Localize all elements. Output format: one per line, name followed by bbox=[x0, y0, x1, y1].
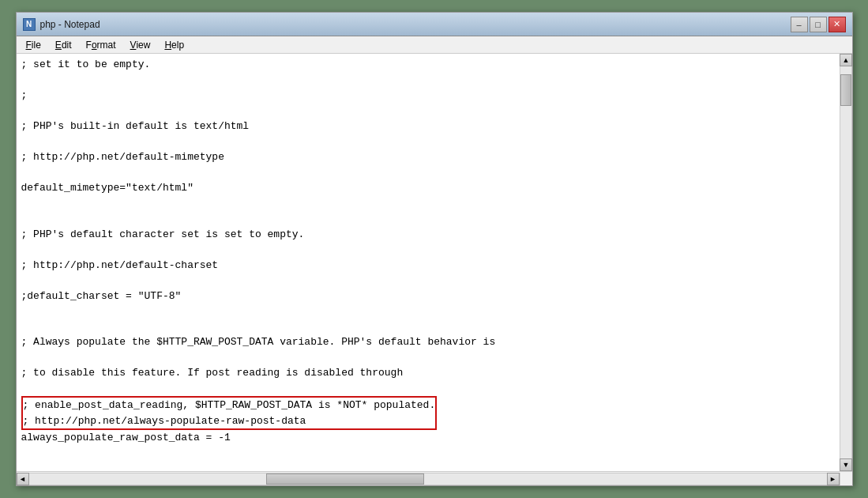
text-line: ; to disable this feature. If post readi… bbox=[21, 365, 835, 381]
menu-view[interactable]: View bbox=[124, 37, 157, 53]
scroll-thumb-vertical[interactable] bbox=[840, 74, 851, 106]
menu-edit[interactable]: Edit bbox=[49, 37, 78, 53]
title-bar-left: N php - Notepad bbox=[23, 18, 100, 31]
scroll-down-button[interactable]: ▼ bbox=[840, 458, 852, 471]
title-bar-buttons: – □ ✕ bbox=[791, 17, 846, 32]
text-editor[interactable]: ; set it to be empty. ; ; PHP's built-in… bbox=[17, 54, 840, 471]
app-icon: N bbox=[23, 18, 36, 31]
scroll-track-horizontal bbox=[29, 473, 827, 485]
content-area: ; set it to be empty. ; ; PHP's built-in… bbox=[17, 54, 852, 471]
text-line: ; PHP's default character set is set to … bbox=[21, 227, 835, 243]
scroll-up-button[interactable]: ▲ bbox=[840, 54, 852, 66]
bottom-bar: ◄ ► bbox=[17, 471, 852, 485]
text-line: ; http://php.net/default-mimetype bbox=[21, 149, 835, 165]
window-title: php - Notepad bbox=[40, 19, 100, 30]
resize-corner bbox=[840, 473, 852, 485]
maximize-button[interactable]: □ bbox=[810, 17, 827, 32]
minimize-button[interactable]: – bbox=[791, 17, 808, 32]
text-line: ; Always populate the $HTTP_RAW_POST_DAT… bbox=[21, 334, 835, 350]
scroll-thumb-horizontal[interactable] bbox=[266, 473, 424, 485]
highlighted-block: ; enable_post_data_reading, $HTTP_RAW_PO… bbox=[21, 396, 438, 430]
vertical-scrollbar: ▲ ▼ bbox=[840, 54, 852, 471]
text-line: ; http://php.net/default-charset bbox=[21, 258, 835, 274]
text-line: ; bbox=[21, 88, 835, 104]
close-button[interactable]: ✕ bbox=[829, 17, 846, 32]
text-line: ; PHP's built-in default is text/html bbox=[21, 119, 835, 134]
text-line: ; set it to be empty. bbox=[21, 57, 835, 73]
notepad-window: N php - Notepad – □ ✕ File Edit Format V… bbox=[16, 12, 853, 486]
menu-bar: File Edit Format View Help bbox=[17, 36, 852, 54]
menu-format[interactable]: Format bbox=[80, 37, 122, 53]
scroll-left-button[interactable]: ◄ bbox=[17, 473, 29, 485]
text-line: ;default_charset = "UTF-8" bbox=[21, 289, 835, 304]
scroll-right-button[interactable]: ► bbox=[827, 473, 840, 485]
title-bar: N php - Notepad – □ ✕ bbox=[17, 13, 852, 36]
text-line: always_populate_raw_post_data = -1 bbox=[21, 430, 835, 446]
scroll-track-vertical bbox=[840, 66, 852, 458]
menu-help[interactable]: Help bbox=[158, 37, 190, 53]
menu-file[interactable]: File bbox=[20, 37, 47, 53]
text-line: default_mimetype="text/html" bbox=[21, 180, 835, 196]
